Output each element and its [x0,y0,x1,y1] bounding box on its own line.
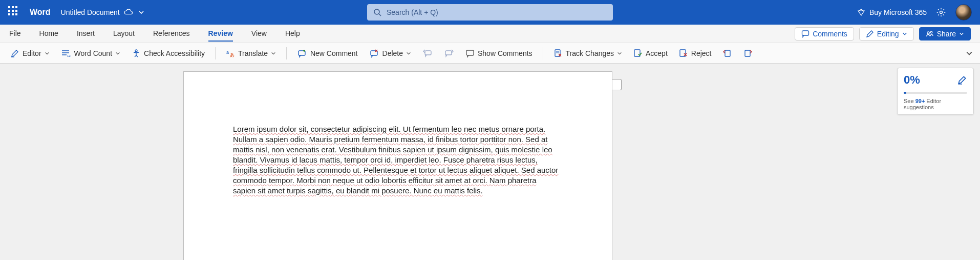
search-icon [373,8,381,16]
editing-mode-button[interactable]: Editing [859,27,914,41]
tab-view[interactable]: View [251,26,267,42]
menu-tabs: File Home Insert Layout References Revie… [9,26,300,42]
comment-icon [801,30,809,38]
tab-help[interactable]: Help [285,26,300,42]
tab-references[interactable]: References [153,26,190,42]
prev-change-icon [723,49,732,58]
translate-icon: aあ [226,49,235,58]
reject-icon [679,49,688,58]
editor-progress-bar [904,92,967,94]
user-avatar[interactable] [955,4,972,21]
document-canvas: Lorem ipsum dolor sit, consectetur adipi… [0,64,980,260]
ribbon-review: Editor 123 Word Count Check Accessibilit… [0,43,980,64]
delete-comment-button[interactable]: Delete [366,47,414,60]
accept-button[interactable]: Accept [630,47,671,60]
translate-label: Translate [238,49,268,57]
title-bar: Word Untitled Document Search (Alt + Q) … [0,0,980,25]
accept-icon [633,49,643,58]
chevron-down-icon [902,31,907,36]
svg-rect-3 [802,31,809,35]
tab-file[interactable]: File [9,26,21,42]
svg-rect-13 [445,51,452,55]
reject-button[interactable]: Reject [676,47,715,60]
svg-rect-12 [425,51,431,55]
svg-rect-11 [371,51,377,55]
svg-text:あ: あ [230,52,235,57]
separator [215,47,216,59]
show-comments-icon [465,49,475,58]
new-comment-label: New Comment [310,49,358,57]
document-body-text[interactable]: Lorem ipsum dolor sit, consectetur adipi… [233,124,561,196]
svg-point-4 [927,31,929,33]
settings-gear-icon[interactable] [936,7,946,17]
next-change-icon [743,49,753,58]
chevron-down-icon [959,31,964,36]
page-side-tab[interactable] [612,79,622,90]
previous-change-button[interactable] [720,47,735,60]
document-title[interactable]: Untitled Document [61,8,120,16]
chevron-down-icon [406,51,411,56]
share-button[interactable]: Share [919,27,971,41]
svg-text:a: a [226,50,229,55]
editing-label: Editing [877,30,899,38]
new-comment-button[interactable]: New Comment [294,47,361,60]
ribbon-expand-chevron-icon[interactable] [966,50,973,57]
delete-comment-icon [369,49,379,58]
svg-point-0 [374,9,379,14]
separator [286,47,287,59]
tab-layout[interactable]: Layout [113,26,135,42]
svg-rect-14 [466,50,474,55]
chevron-down-icon [115,51,120,56]
next-change-button[interactable] [740,47,756,60]
saved-cloud-icon[interactable] [124,9,133,16]
new-comment-icon [297,49,307,58]
chevron-down-icon [271,51,276,56]
tab-home[interactable]: Home [39,26,58,42]
svg-rect-19 [745,50,750,56]
svg-line-1 [379,14,381,16]
editor-button[interactable]: Editor [7,47,53,60]
diamond-icon [857,8,865,16]
comments-button[interactable]: Comments [795,27,854,41]
search-box[interactable]: Search (Alt + Q) [367,4,613,21]
track-changes-button[interactable]: Track Changes [550,47,625,60]
word-count-label: Word Count [74,49,112,57]
editor-see-suggestions[interactable]: See 99+ Editor suggestions [904,98,967,110]
document-page[interactable]: Lorem ipsum dolor sit, consectetur adipi… [183,71,612,260]
paragraph-text: Lorem ipsum dolor sit, consectetur adipi… [233,125,558,195]
svg-point-7 [135,50,137,52]
previous-comment-button[interactable] [419,47,436,60]
buy-label: Buy Microsoft 365 [869,8,927,16]
delete-label: Delete [382,49,403,57]
next-comment-icon [444,49,454,58]
track-changes-icon [553,49,563,58]
chevron-down-icon [617,51,622,56]
translate-button[interactable]: aあ Translate [223,47,279,60]
editor-score-percent: 0% [904,73,920,87]
word-count-button[interactable]: 123 Word Count [58,47,123,60]
tab-review[interactable]: Review [208,26,233,42]
editor-suggestions-card[interactable]: 0% See 99+ Editor suggestions [897,68,974,115]
svg-rect-18 [725,50,730,56]
share-people-icon [926,30,934,38]
svg-point-2 [940,11,943,14]
prev-comment-icon [422,49,433,58]
accept-label: Accept [646,49,668,57]
document-title-chevron-icon[interactable] [138,9,144,15]
check-accessibility-button[interactable]: Check Accessibility [129,47,208,60]
app-name[interactable]: Word [30,8,51,17]
tab-insert[interactable]: Insert [77,26,95,42]
buy-microsoft-365-button[interactable]: Buy Microsoft 365 [857,8,927,16]
svg-text:123: 123 [67,54,71,57]
track-changes-label: Track Changes [566,49,614,57]
check-accessibility-label: Check Accessibility [144,49,205,57]
next-comment-button[interactable] [441,47,457,60]
svg-point-5 [930,31,932,33]
reject-label: Reject [691,49,712,57]
show-comments-button[interactable]: Show Comments [462,47,536,60]
editor-pen-icon [957,75,967,85]
separator [543,47,543,59]
chevron-down-icon [45,51,50,56]
comments-label: Comments [813,30,847,38]
app-launcher-icon[interactable] [8,6,20,18]
